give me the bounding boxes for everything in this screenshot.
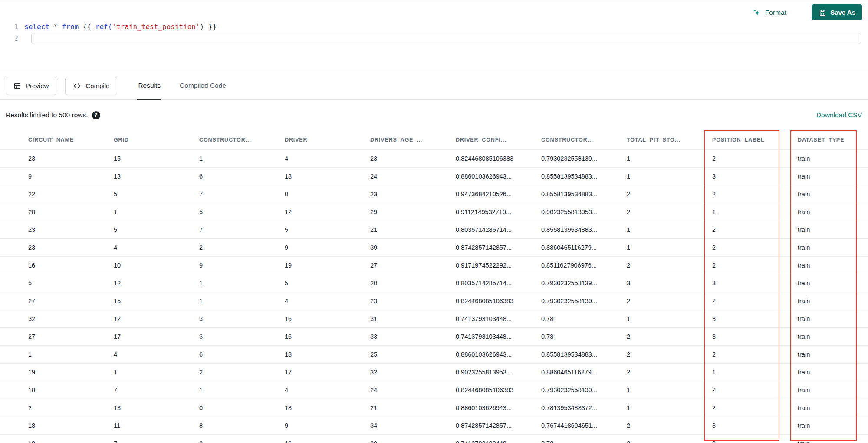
table-cell: 19 (28, 364, 114, 381)
table-cell: 0.7930232558139... (541, 381, 627, 399)
table-cell: 4 (285, 381, 370, 399)
table-row: 197316300.7413793103448...0.7823train (0, 434, 868, 443)
column-header: DRIVER_CONFI... (456, 130, 541, 149)
table-cell: 2 (712, 399, 798, 417)
table-row: 51215200.8035714285714...0.7930232558139… (0, 274, 868, 292)
editor-line-2[interactable]: 2 (0, 33, 868, 44)
save-icon (819, 9, 826, 17)
table-cell: 16 (285, 310, 370, 327)
table-cell: 28 (28, 203, 114, 221)
table-cell: 18 (28, 417, 114, 434)
table-cell: 0 (285, 185, 370, 203)
table-cell: 3 (712, 168, 798, 185)
table-cell: 23 (28, 239, 114, 256)
table-cell: 3 (712, 328, 798, 345)
table-cell: 1 (627, 381, 712, 399)
table-cell: 1 (712, 364, 798, 381)
line-number: 2 (0, 35, 24, 43)
table-cell: 1 (627, 221, 712, 238)
compile-button[interactable]: Compile (65, 77, 117, 95)
table-cell: 18 (28, 381, 114, 399)
table-cell: 0.8035714285714... (456, 221, 541, 238)
table-cell: 19 (28, 435, 114, 443)
help-icon[interactable]: ? (92, 111, 100, 119)
table-cell: 1 (199, 150, 285, 167)
tab-compiled-code[interactable]: Compiled Code (179, 72, 227, 100)
table-cell: 7 (199, 221, 285, 238)
table-cell: 18 (285, 168, 370, 185)
editor-line-1[interactable]: 1 select * from {{ ref('train_test_posit… (0, 21, 868, 33)
table-cell: 0.8860465116279... (541, 364, 627, 381)
save-as-button[interactable]: Save As (812, 4, 862, 20)
table-cell: 24 (370, 381, 456, 399)
table-cell: 1 (114, 364, 199, 381)
table-cell: 2 (627, 346, 712, 363)
line-number: 1 (0, 23, 24, 31)
column-header: DATASET_TYPE (798, 130, 868, 149)
table-cell: 3 (712, 417, 798, 434)
table-cell: 2 (712, 239, 798, 256)
table-cell: 39 (370, 239, 456, 256)
sparkles-icon (753, 8, 761, 17)
table-row: 913618240.8860103626943...0.855813953488… (0, 167, 868, 185)
table-row: 271514230.8244680851063830.7930232558139… (0, 292, 868, 310)
table-cell: 2 (712, 346, 798, 363)
table-cell: 5 (114, 221, 199, 238)
table-cell: 15 (114, 150, 199, 167)
table-cell: 0.8860103626943... (456, 168, 541, 185)
table-cell: 0.7413793103448... (456, 435, 541, 443)
tab-results[interactable]: Results (137, 72, 161, 100)
table-cell: 16 (28, 257, 114, 274)
table-cell: 4 (114, 346, 199, 363)
table-cell: 19 (285, 257, 370, 274)
table-cell: 7 (114, 435, 199, 443)
table-cell: 2 (627, 328, 712, 345)
download-csv-link[interactable]: Download CSV (816, 111, 862, 119)
code-token: 'train_test_position' (112, 23, 200, 31)
table-cell: 12 (285, 203, 370, 221)
column-header: DRIVERS_AGE_... (370, 130, 456, 149)
table-cell: 21 (370, 399, 456, 417)
table-cell: 1 (28, 346, 114, 363)
table-row: 213018210.8860103626943...0.781395348837… (0, 399, 868, 417)
table-cell: 13 (114, 399, 199, 417)
table-cell: 0.824468085106383 (456, 381, 541, 399)
table-cell: 10 (114, 257, 199, 274)
table-cell: 23 (28, 221, 114, 238)
table-cell: 0.7813953488372... (541, 399, 627, 417)
table-cell: 1 (199, 292, 285, 310)
table-cell: 1 (199, 274, 285, 292)
table-cell: 27 (28, 292, 114, 310)
table-row: 23429390.8742857142857...0.8860465116279… (0, 238, 868, 256)
table-cell: 6 (199, 346, 285, 363)
table-cell: 5 (285, 221, 370, 238)
table-cell: 0.9171974522292... (456, 257, 541, 274)
table-cell: 4 (114, 239, 199, 256)
table-cell: 34 (370, 417, 456, 434)
sql-editor[interactable]: 1 select * from {{ ref('train_test_posit… (0, 0, 868, 72)
code-line-1[interactable]: select * from {{ ref('train_test_positio… (24, 23, 217, 31)
table-cell: 0.8742857142857... (456, 239, 541, 256)
table-cell: 0.7930232558139... (541, 292, 627, 310)
tab-results-label: Results (138, 82, 161, 89)
active-line-outline (31, 33, 861, 44)
table-cell: 17 (114, 328, 199, 345)
table-cell: 3 (199, 435, 285, 443)
table-cell: 3 (712, 274, 798, 292)
table-cell: 0.9112149532710... (456, 203, 541, 221)
table-cell: 1 (114, 203, 199, 221)
preview-button[interactable]: Preview (6, 77, 56, 95)
table-cell: 32 (28, 310, 114, 327)
table-cell: train (798, 381, 868, 399)
table-cell: train (798, 399, 868, 417)
table-body: 231514230.8244680851063830.7930232558139… (0, 149, 868, 443)
table-header-row: CIRCUIT_NAMEGRIDCONSTRUCTOR...DRIVERDRIV… (0, 130, 868, 149)
table-cell: 2 (28, 399, 114, 417)
table-cell: 0.8558139534883... (541, 221, 627, 238)
column-header: GRID (114, 130, 199, 149)
table-cell: train (798, 257, 868, 274)
format-button[interactable]: Format (750, 8, 789, 17)
column-header: CIRCUIT_NAME (28, 130, 114, 149)
table-cell: 7 (114, 381, 199, 399)
table-cell: train (798, 274, 868, 292)
